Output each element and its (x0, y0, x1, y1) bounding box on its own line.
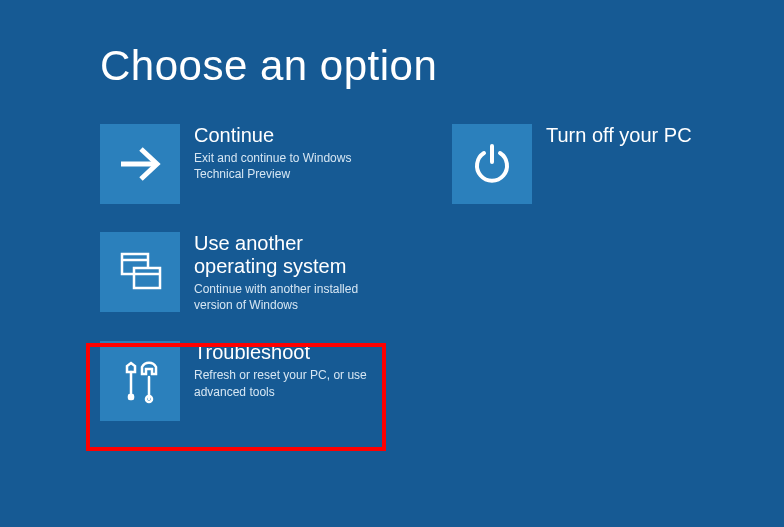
arrow-right-icon (100, 124, 180, 204)
power-icon (452, 124, 532, 204)
option-desc: Refresh or reset your PC, or use advance… (194, 367, 380, 399)
option-title: Turn off your PC (546, 124, 692, 147)
option-desc: Exit and continue to Windows Technical P… (194, 150, 380, 182)
page-title: Choose an option (100, 42, 437, 90)
tools-icon (100, 341, 180, 421)
option-title: Continue (194, 124, 380, 147)
option-continue[interactable]: Continue Exit and continue to Windows Te… (100, 124, 380, 204)
options-grid: Continue Exit and continue to Windows Te… (100, 124, 732, 421)
windows-stack-icon (100, 232, 180, 312)
option-desc: Continue with another installed version … (194, 281, 380, 313)
options-column-left: Continue Exit and continue to Windows Te… (100, 124, 380, 421)
option-title: Troubleshoot (194, 341, 380, 364)
svg-rect-3 (134, 268, 160, 288)
options-column-right: Turn off your PC (452, 124, 732, 421)
option-title: Use another operating system (194, 232, 380, 278)
option-use-another-os[interactable]: Use another operating system Continue wi… (100, 232, 380, 313)
option-troubleshoot[interactable]: Troubleshoot Refresh or reset your PC, o… (100, 341, 380, 421)
option-turn-off[interactable]: Turn off your PC (452, 124, 732, 204)
